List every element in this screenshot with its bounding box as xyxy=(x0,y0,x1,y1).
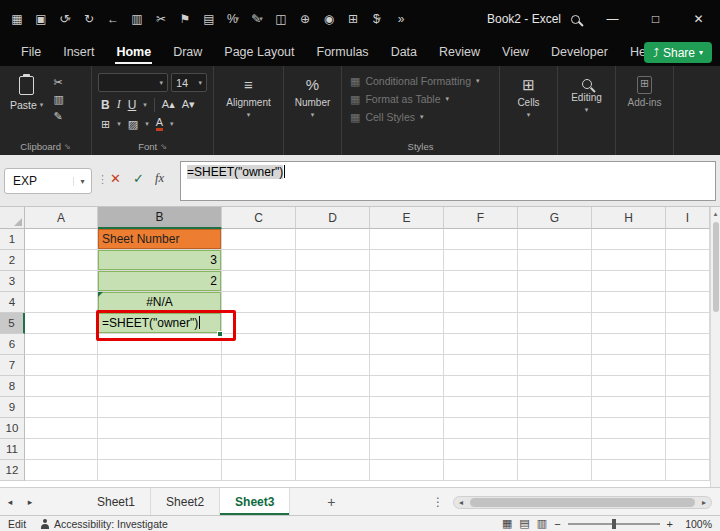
cell-H9[interactable] xyxy=(592,397,666,418)
camera-icon[interactable]: ◉ xyxy=(318,7,340,31)
cell-I7[interactable] xyxy=(666,355,710,376)
confirm-entry-button[interactable]: ✓ xyxy=(133,171,144,186)
insert-icon[interactable]: ⊕ xyxy=(294,7,316,31)
brush-icon[interactable]: ✎▾ xyxy=(246,7,268,31)
accessibility-icon[interactable] xyxy=(40,519,50,529)
flag-icon[interactable]: ⚑ xyxy=(174,7,196,31)
cell-A12[interactable] xyxy=(25,460,98,481)
save-icon[interactable]: ▣ xyxy=(30,7,52,31)
prev-sheet-icon[interactable]: ◂ xyxy=(0,497,20,507)
vertical-scrollbar[interactable]: ▴ xyxy=(710,207,720,487)
percent-icon[interactable]: %▾ xyxy=(222,7,244,31)
cell-F8[interactable] xyxy=(444,376,518,397)
column-header-C[interactable]: C xyxy=(222,207,296,229)
cell-A2[interactable] xyxy=(25,250,98,271)
cell-styles-button[interactable]: ▦Cell Styles▾ xyxy=(350,108,495,126)
row-header-2[interactable]: 2 xyxy=(0,250,25,271)
cell-A4[interactable] xyxy=(25,292,98,313)
scroll-right-icon[interactable]: ▸ xyxy=(697,498,711,507)
cell-F12[interactable] xyxy=(444,460,518,481)
cell-B8[interactable] xyxy=(98,376,222,397)
cell-H12[interactable] xyxy=(592,460,666,481)
cell-E3[interactable] xyxy=(370,271,444,292)
cell-F3[interactable] xyxy=(444,271,518,292)
cell-H8[interactable] xyxy=(592,376,666,397)
editing-group[interactable]: Editing ▾ xyxy=(558,66,616,155)
cut-icon[interactable]: ✂ xyxy=(150,7,172,31)
sheet-tab-sheet3[interactable]: Sheet3 xyxy=(220,488,290,516)
row-header-10[interactable]: 10 xyxy=(0,418,25,439)
cell-A3[interactable] xyxy=(25,271,98,292)
cell-E12[interactable] xyxy=(370,460,444,481)
cell-D11[interactable] xyxy=(296,439,370,460)
column-header-A[interactable]: A xyxy=(25,207,98,229)
cell-G3[interactable] xyxy=(518,271,592,292)
cell-C4[interactable] xyxy=(222,292,296,313)
cell-B10[interactable] xyxy=(98,418,222,439)
menu-insert[interactable]: Insert xyxy=(52,38,105,66)
copy-icon[interactable]: ▥ xyxy=(126,7,148,31)
cell-H6[interactable] xyxy=(592,334,666,355)
redo-icon[interactable]: ↻ xyxy=(78,7,100,31)
cell-A7[interactable] xyxy=(25,355,98,376)
cell-E6[interactable] xyxy=(370,334,444,355)
format-painter-icon[interactable]: ✎ xyxy=(53,110,63,123)
dialog-launcher-icon[interactable]: ⇘ xyxy=(64,142,71,151)
vertical-scroll-thumb[interactable] xyxy=(713,222,719,312)
borders-icon[interactable]: ⊞ xyxy=(101,118,110,131)
cell-I6[interactable] xyxy=(666,334,710,355)
cell-F10[interactable] xyxy=(444,418,518,439)
scroll-up-icon[interactable]: ▴ xyxy=(714,207,718,218)
copy-icon[interactable]: ▥ xyxy=(53,93,63,106)
cell-G1[interactable] xyxy=(518,229,592,250)
menu-view[interactable]: View xyxy=(491,38,540,66)
book-icon[interactable]: ◫ xyxy=(270,7,292,31)
cell-B12[interactable] xyxy=(98,460,222,481)
font-name-combo[interactable]: ▾ xyxy=(98,73,168,92)
fill-color-icon[interactable]: ▨ xyxy=(128,118,138,131)
cell-D1[interactable] xyxy=(296,229,370,250)
cell-B9[interactable] xyxy=(98,397,222,418)
cell-G6[interactable] xyxy=(518,334,592,355)
shrink-font-button[interactable]: A▾ xyxy=(182,98,195,111)
cell-C12[interactable] xyxy=(222,460,296,481)
share-button[interactable]: ⤴ Share ▾ xyxy=(644,42,712,63)
cell-E1[interactable] xyxy=(370,229,444,250)
cell-H1[interactable] xyxy=(592,229,666,250)
cell-C7[interactable] xyxy=(222,355,296,376)
italic-button[interactable]: I xyxy=(117,97,121,112)
back-icon[interactable]: ← xyxy=(102,7,124,31)
cells-group[interactable]: ⊞ Cells ▾ xyxy=(500,66,558,155)
row-header-11[interactable]: 11 xyxy=(0,439,25,460)
cell-F1[interactable] xyxy=(444,229,518,250)
column-header-F[interactable]: F xyxy=(444,207,518,229)
table-icon[interactable]: ⊞ xyxy=(342,7,364,31)
cell-G12[interactable] xyxy=(518,460,592,481)
cell-I4[interactable] xyxy=(666,292,710,313)
cell-D8[interactable] xyxy=(296,376,370,397)
currency-icon[interactable]: $▾ xyxy=(366,7,388,31)
column-header-E[interactable]: E xyxy=(370,207,444,229)
row-header-12[interactable]: 12 xyxy=(0,460,25,481)
font-size-combo[interactable]: 14▾ xyxy=(171,73,207,92)
cell-H2[interactable] xyxy=(592,250,666,271)
cell-I10[interactable] xyxy=(666,418,710,439)
maximize-button[interactable]: □ xyxy=(634,0,677,38)
font-color-icon[interactable]: A xyxy=(156,117,163,131)
horizontal-scrollbar[interactable]: ◂ ▸ xyxy=(453,496,712,509)
cell-F7[interactable] xyxy=(444,355,518,376)
zoom-slider[interactable] xyxy=(568,523,660,525)
cell-D9[interactable] xyxy=(296,397,370,418)
row-header-6[interactable]: 6 xyxy=(0,334,25,355)
zoom-out-button[interactable]: − xyxy=(554,518,560,530)
cell-I2[interactable] xyxy=(666,250,710,271)
row-header-5[interactable]: 5 xyxy=(0,313,25,334)
cell-G9[interactable] xyxy=(518,397,592,418)
cell-B2[interactable]: 3 xyxy=(98,250,222,271)
addins-group[interactable]: ⊞ Add-ins xyxy=(616,66,674,155)
cell-A8[interactable] xyxy=(25,376,98,397)
cell-G8[interactable] xyxy=(518,376,592,397)
page-break-view-icon[interactable]: ▥ xyxy=(537,517,547,530)
tab-overflow-icon[interactable]: ⋮ xyxy=(432,495,444,509)
sheet-tab-sheet1[interactable]: Sheet1 xyxy=(82,488,151,516)
